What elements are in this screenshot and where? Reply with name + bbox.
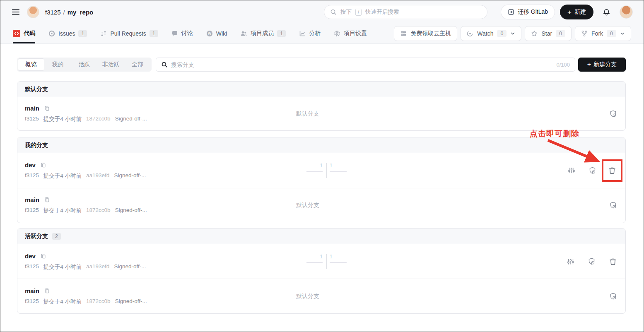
branch-protection-icon[interactable] bbox=[609, 110, 617, 118]
filter-tab-mine[interactable]: 我的 bbox=[44, 58, 71, 71]
behind-count: 1 bbox=[320, 163, 323, 168]
branch-info: main f3125 提交于4 小时前 1872cc0b Signed-off-… bbox=[25, 287, 147, 306]
pull-requests-count-badge: 1 bbox=[150, 30, 158, 37]
search-icon bbox=[330, 9, 337, 15]
filter-tab-inactive[interactable]: 非活跃 bbox=[98, 58, 124, 71]
branch-protection-icon[interactable] bbox=[589, 166, 596, 174]
ahead-count: 1 bbox=[330, 254, 333, 259]
star-icon bbox=[531, 30, 538, 37]
repo-owner-avatar[interactable] bbox=[27, 6, 39, 18]
default-branch-tag: 默认分支 bbox=[296, 202, 319, 209]
commit-message[interactable]: Signed-off-... bbox=[115, 207, 147, 214]
breadcrumb-repo[interactable]: my_repo bbox=[68, 9, 94, 16]
section-header-active: 活跃分支 2 bbox=[17, 229, 625, 244]
code-icon bbox=[13, 30, 20, 37]
tab-wiki-label: Wiki bbox=[216, 30, 227, 37]
commit-message[interactable]: Signed-off-... bbox=[115, 298, 147, 306]
active-branches-card: 活跃分支 2 dev f3125 提交于4 小时前 aa193efd Signe… bbox=[17, 228, 626, 314]
annotation-delete-hint: 点击即可删除 bbox=[530, 128, 579, 139]
delete-branch-trash-icon[interactable] bbox=[608, 166, 616, 175]
commit-sha-link[interactable]: 1872cc0b bbox=[86, 207, 111, 214]
pull-request-icon bbox=[100, 30, 107, 37]
compare-sliders-icon[interactable] bbox=[568, 167, 575, 174]
new-branch-button[interactable]: + 新建分支 bbox=[578, 58, 626, 72]
branch-protection-icon[interactable] bbox=[609, 292, 617, 300]
commit-sha-link[interactable]: aa193efd bbox=[86, 172, 109, 180]
issues-icon bbox=[48, 30, 55, 37]
copy-icon[interactable] bbox=[40, 162, 46, 168]
branch-protection-icon[interactable] bbox=[609, 202, 617, 209]
copy-icon[interactable] bbox=[44, 197, 50, 203]
branch-name-link[interactable]: dev bbox=[25, 161, 36, 168]
tab-issues[interactable]: Issues 1 bbox=[48, 24, 87, 43]
committer-name[interactable]: f3125 bbox=[25, 263, 39, 271]
global-search-input[interactable]: 按下 / 快速开启搜索 bbox=[324, 5, 487, 19]
filter-tab-overview[interactable]: 概览 bbox=[18, 58, 44, 71]
committer-name[interactable]: f3125 bbox=[25, 115, 39, 123]
fork-label: Fork bbox=[591, 30, 603, 37]
tab-members-label: 项目成员 bbox=[251, 30, 274, 37]
user-avatar[interactable] bbox=[620, 5, 633, 19]
copy-icon[interactable] bbox=[40, 253, 46, 259]
new-branch-label: 新建分支 bbox=[593, 61, 617, 68]
breadcrumb: f3125 / my_repo bbox=[45, 9, 93, 16]
fork-button[interactable]: Fork 0 bbox=[575, 26, 631, 41]
default-branch-card: 默认分支 main f3125 提交于4 小时前 1872cc0b Signed… bbox=[17, 81, 626, 131]
tab-settings[interactable]: 项目设置 bbox=[334, 24, 367, 43]
committer-name[interactable]: f3125 bbox=[25, 207, 39, 214]
filter-tab-active[interactable]: 活跃 bbox=[71, 58, 97, 71]
search-placeholder-suffix: 快速开启搜索 bbox=[365, 8, 399, 16]
branch-info: dev f3125 提交于4 小时前 aa193efd Signed-off-.… bbox=[25, 253, 146, 271]
breadcrumb-separator: / bbox=[63, 9, 65, 16]
branch-name-link[interactable]: main bbox=[25, 105, 39, 112]
delete-branch-trash-icon[interactable] bbox=[609, 257, 617, 266]
commit-meta: f3125 提交于4 小时前 aa193efd Signed-off-... bbox=[25, 172, 146, 180]
copy-icon[interactable] bbox=[44, 288, 50, 294]
commit-sha-link[interactable]: 1872cc0b bbox=[86, 298, 111, 306]
tab-members[interactable]: 项目成员 1 bbox=[240, 24, 286, 43]
watch-button[interactable]: Watch 0 bbox=[461, 26, 521, 41]
branch-row-main: main f3125 提交于4 小时前 1872cc0b Signed-off-… bbox=[17, 279, 625, 313]
branch-search-input[interactable] bbox=[171, 61, 553, 68]
ahead-bar bbox=[330, 171, 347, 172]
repo-nav: 代码 Issues 1 Pull Requests 1 讨论 W bbox=[0, 24, 644, 44]
committer-name[interactable]: f3125 bbox=[25, 172, 39, 180]
behind-bar bbox=[306, 171, 323, 172]
star-button[interactable]: Star 0 bbox=[525, 26, 572, 41]
tab-discussions[interactable]: 讨论 bbox=[171, 24, 193, 43]
tab-issues-label: Issues bbox=[58, 30, 75, 37]
menu-icon[interactable] bbox=[11, 7, 20, 17]
committer-name[interactable]: f3125 bbox=[25, 298, 39, 306]
fork-count: 0 bbox=[607, 30, 616, 37]
commit-sha-link[interactable]: 1872cc0b bbox=[86, 115, 111, 123]
new-button[interactable]: + 新建 bbox=[560, 5, 593, 19]
section-header-mine: 我的分支 bbox=[17, 137, 625, 153]
migrate-gitlab-button[interactable]: 迁移 GitLab bbox=[501, 5, 555, 19]
branch-name-link[interactable]: main bbox=[25, 196, 39, 203]
commit-message[interactable]: Signed-off-... bbox=[114, 172, 146, 180]
tab-wiki[interactable]: W Wiki bbox=[206, 24, 227, 43]
free-cloud-host-button[interactable]: 免费领取云主机 bbox=[394, 26, 457, 41]
search-placeholder-prefix: 按下 bbox=[340, 8, 352, 16]
tab-analytics[interactable]: 分析 bbox=[299, 24, 321, 43]
tab-code[interactable]: 代码 bbox=[13, 24, 35, 43]
tab-pull-requests[interactable]: Pull Requests 1 bbox=[100, 24, 158, 43]
commit-message[interactable]: Signed-off-... bbox=[114, 263, 146, 271]
branch-name-link[interactable]: dev bbox=[25, 253, 36, 260]
default-branch-tag: 默认分支 bbox=[296, 293, 319, 300]
branch-row-dev: dev f3125 提交于4 小时前 aa193efd Signed-off-.… bbox=[17, 153, 625, 188]
commit-message[interactable]: Signed-off-... bbox=[115, 115, 147, 123]
copy-icon[interactable] bbox=[44, 105, 50, 111]
compare-sliders-icon[interactable] bbox=[567, 258, 574, 265]
slash-key-hint: / bbox=[355, 9, 362, 16]
filter-tab-all[interactable]: 全部 bbox=[124, 58, 151, 71]
commit-time: 提交于4 小时前 bbox=[43, 263, 82, 271]
people-icon bbox=[240, 30, 247, 37]
commit-sha-link[interactable]: aa193efd bbox=[86, 263, 109, 271]
branch-name-link[interactable]: main bbox=[25, 287, 39, 294]
branch-protection-icon[interactable] bbox=[588, 257, 596, 265]
tab-discussions-label: 讨论 bbox=[181, 30, 193, 37]
notifications-bell-icon[interactable] bbox=[603, 8, 610, 16]
wiki-icon: W bbox=[206, 30, 213, 37]
breadcrumb-owner[interactable]: f3125 bbox=[45, 9, 61, 16]
